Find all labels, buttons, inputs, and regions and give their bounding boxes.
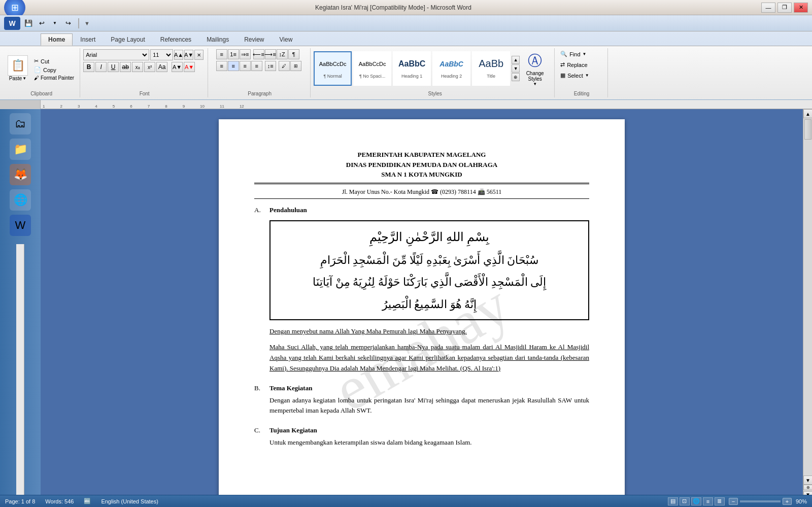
sidebar-firefox-icon[interactable]: 🦊 (10, 164, 31, 185)
zoom-out-button[interactable]: − (729, 498, 738, 505)
increase-indent-button[interactable]: ⟶≡ (265, 49, 276, 59)
font-color-button[interactable]: A▼ (184, 62, 195, 72)
italic-button[interactable]: I (95, 62, 107, 72)
scroll-up-button[interactable]: ▲ (803, 109, 812, 118)
shrink-font-button[interactable]: A▼ (184, 50, 193, 60)
strikethrough-button[interactable]: ab (120, 62, 131, 72)
outline-view-button[interactable]: ≡ (703, 497, 713, 505)
vertical-ruler (16, 244, 24, 495)
zoom-slider[interactable] (740, 500, 781, 502)
align-left-button[interactable]: ≡ (216, 61, 227, 71)
office-button[interactable]: W (4, 17, 20, 30)
arabic-line4: إِنَّهُ هُوَ السَّمِيعُ الْبَصِيرُ (281, 294, 578, 315)
quick-save-button[interactable]: 💾 (23, 18, 33, 28)
quick-redo-button[interactable]: ↪ (63, 18, 73, 28)
superscript-button[interactable]: x² (144, 62, 155, 72)
section-a: A. Pendahuluan بِسْمِ اللهِ الرَّحْمٰنِ … (254, 206, 589, 379)
copy-button[interactable]: 📄 Copy (32, 66, 76, 74)
numbering-button[interactable]: 1≡ (228, 49, 239, 59)
doc-header: PEMERINTAH KABUPATEN MAGELANG DINAS PEND… (254, 150, 589, 199)
shading-button[interactable]: 🖊 (279, 61, 290, 71)
page-count: Page: 1 of 8 (5, 498, 35, 504)
highlight-button[interactable]: A▼ (172, 62, 183, 72)
styles-scroll-down[interactable]: ▼ (512, 64, 520, 73)
styles-group: AaBbCcDc ¶ Normal AaBbCcDc ¶ No Spaci...… (312, 48, 555, 97)
zoom-level[interactable]: 90% (796, 498, 807, 504)
print-layout-button[interactable]: ▤ (668, 497, 678, 505)
fullscreen-button[interactable]: ⊡ (680, 497, 690, 505)
scissors-icon: ✂ (34, 58, 39, 64)
header-divider-top (254, 183, 589, 184)
close-button[interactable]: ✕ (794, 3, 808, 13)
web-view-button[interactable]: 🌐 (691, 497, 701, 505)
style-normal[interactable]: AaBbCcDc ¶ Normal (314, 51, 352, 86)
tab-mailings[interactable]: Mailings (199, 33, 236, 46)
scroll-track[interactable] (803, 118, 812, 476)
tab-view[interactable]: View (272, 33, 300, 46)
sidebar-word-icon[interactable]: W (10, 215, 31, 236)
grow-font-button[interactable]: A▲ (174, 50, 183, 60)
styles-scroll-up[interactable]: ▲ (512, 56, 520, 64)
tab-page-layout[interactable]: Page Layout (103, 33, 152, 46)
zoom-in-button[interactable]: + (783, 498, 792, 505)
text1: Dengan menyebut nama Allah Yang Maha Pem… (269, 326, 589, 337)
customize-label: ▼ (84, 20, 90, 26)
paste-button[interactable]: 📋 Paste ▼ (5, 53, 30, 84)
change-case-button[interactable]: Aa (156, 62, 167, 72)
underline-button[interactable]: U (108, 62, 119, 72)
sidebar-network-icon[interactable]: 🌐 (10, 189, 31, 211)
tab-review[interactable]: Review (236, 33, 272, 46)
minimize-button[interactable]: — (761, 3, 775, 13)
bullets-button[interactable]: ≡ (216, 49, 227, 59)
select-button[interactable]: ▦ Select ▼ (558, 71, 603, 80)
bold-button[interactable]: B (83, 62, 94, 72)
show-marks-button[interactable]: ¶ (288, 49, 299, 59)
document-area[interactable]: emahay PEMERINTAH KABUPATEN MAGELANG DIN… (41, 109, 803, 495)
justify-button[interactable]: ≡ (251, 61, 262, 71)
arabic-block: بِسْمِ اللهِ الرَّحْمٰنِ الرَّحِيْمِ سُب… (269, 220, 589, 321)
font-name-select[interactable]: Arial (83, 49, 149, 60)
cut-button[interactable]: ✂ Cut (32, 57, 76, 65)
decrease-indent-button[interactable]: ⟵≡ (253, 49, 264, 59)
draft-view-button[interactable]: ≣ (715, 497, 725, 505)
clear-formatting-button[interactable]: ✕ (194, 50, 204, 60)
restore-button[interactable]: ❐ (777, 3, 792, 13)
replace-button[interactable]: ⇄ Replace (558, 60, 603, 70)
format-painter-button[interactable]: 🖌 Format Painter (32, 75, 76, 81)
style-no-spacing[interactable]: AaBbCcDc ¶ No Spaci... (353, 51, 391, 86)
ruler-area: 1 2 3 4 5 6 7 8 9 10 11 12 (0, 100, 812, 109)
align-right-button[interactable]: ≡ (240, 61, 251, 71)
divider (78, 18, 79, 28)
next-page-button[interactable]: ▼ (803, 491, 812, 495)
multilevel-button[interactable]: ⇒≡ (240, 49, 251, 59)
window-controls: — ❐ ✕ (761, 3, 808, 13)
border-button[interactable]: ⊞ (290, 61, 301, 71)
find-button[interactable]: 🔍 Find ▼ (558, 49, 603, 59)
style-title[interactable]: AaBb Title (472, 51, 510, 86)
sidebar-folder-icon[interactable]: 📁 (10, 139, 31, 160)
scroll-thumb[interactable] (804, 119, 811, 140)
prev-page-button[interactable]: ⊛ (803, 485, 812, 490)
horizontal-ruler: 1 2 3 4 5 6 7 8 9 10 11 12 (41, 100, 812, 109)
change-styles-button[interactable]: Ⓐ ChangeStyles ▼ (520, 49, 550, 96)
align-center-button[interactable]: ≡ (228, 61, 239, 71)
sort-button[interactable]: ↕Z (277, 49, 288, 59)
status-right: ▤ ⊡ 🌐 ≡ ≣ − + 90% (668, 497, 807, 505)
line-spacing-button[interactable]: ↕≡ (265, 61, 276, 71)
quick-undo-button[interactable]: ↩ (37, 18, 47, 28)
style-heading2[interactable]: AaBbC Heading 2 (432, 51, 470, 86)
sidebar-file-icon[interactable]: 🗂 (10, 113, 31, 134)
spell-check-icon[interactable]: 🔤 (84, 498, 91, 504)
font-size-select[interactable]: 11 (150, 49, 173, 60)
subscript-button[interactable]: x₂ (132, 62, 143, 72)
tab-insert[interactable]: Insert (73, 33, 103, 46)
styles-expand[interactable]: ⊕ (512, 73, 520, 81)
section-c-title: Tujuan Kegiatan (269, 426, 589, 434)
language[interactable]: English (United States) (101, 498, 158, 504)
tab-references[interactable]: References (153, 33, 199, 46)
scroll-down-button[interactable]: ▼ (803, 476, 812, 485)
style-heading1[interactable]: AaBbC Heading 1 (393, 51, 431, 86)
quick-undo-dropdown[interactable]: ▼ (50, 18, 60, 28)
styles-gallery: AaBbCcDc ¶ Normal AaBbCcDc ¶ No Spaci...… (314, 51, 520, 86)
tab-home[interactable]: Home (41, 33, 73, 46)
